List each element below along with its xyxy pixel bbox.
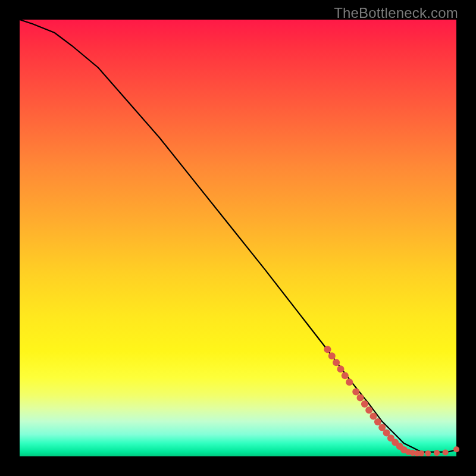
marker-dot xyxy=(370,413,377,420)
chart-frame: TheBottleneck.com xyxy=(0,0,476,476)
marker-dot xyxy=(374,418,381,425)
marker-dots xyxy=(324,346,460,456)
marker-dot xyxy=(361,400,368,408)
marker-dot xyxy=(443,449,449,455)
marker-dot xyxy=(333,359,340,366)
marker-dot xyxy=(434,450,440,456)
marker-dot xyxy=(453,446,459,452)
curve-line xyxy=(20,20,456,452)
chart-svg xyxy=(20,20,456,456)
marker-dot xyxy=(342,372,349,379)
chart-plot-area xyxy=(20,20,456,456)
marker-dot xyxy=(352,388,359,395)
marker-dot xyxy=(346,378,353,386)
marker-dot xyxy=(418,450,424,456)
marker-dot xyxy=(337,365,345,372)
watermark-text: TheBottleneck.com xyxy=(334,5,458,21)
marker-dot xyxy=(425,450,431,456)
marker-dot xyxy=(328,352,336,359)
marker-dot xyxy=(357,394,364,402)
marker-dot xyxy=(324,346,331,353)
marker-dot xyxy=(365,406,372,414)
